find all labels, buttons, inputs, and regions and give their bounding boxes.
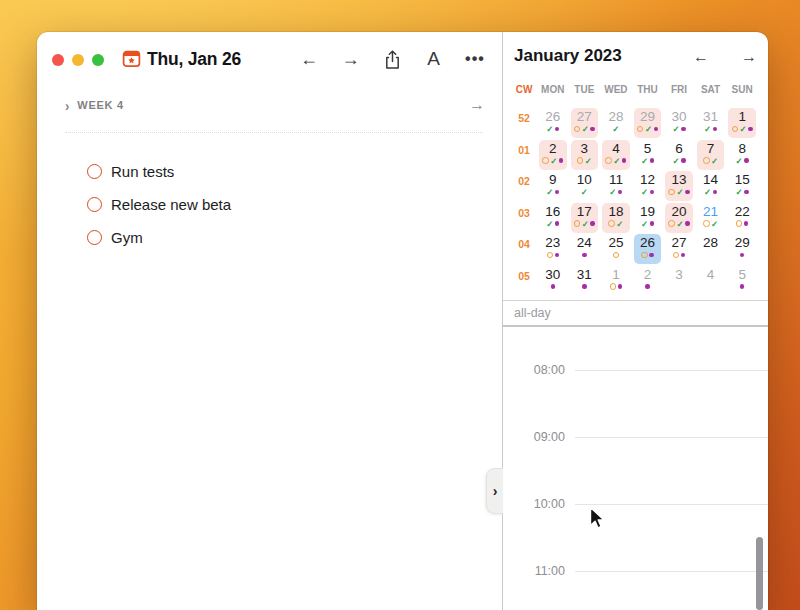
format-button[interactable]: A <box>421 46 447 72</box>
zoom-window-button[interactable] <box>92 54 104 66</box>
open-task-circle-mark <box>605 157 612 164</box>
calendar-day-cell[interactable]: 19✓ <box>632 203 664 235</box>
calendar-day-cell[interactable]: 4✓ <box>600 140 632 172</box>
calendar-day-cell[interactable]: 29 <box>726 234 758 266</box>
calendar-day-cell[interactable]: 27 <box>663 234 695 266</box>
calendar-week-row: 0423242526272829 <box>503 234 768 266</box>
share-button[interactable] <box>379 46 405 72</box>
hour-label: 09:00 <box>515 430 565 444</box>
todo-label: Run tests <box>111 163 174 180</box>
calendar-day-cell[interactable]: 11✓ <box>600 171 632 203</box>
day-number: 19 <box>640 204 655 219</box>
calendar-day-cell[interactable]: 1 <box>600 266 632 298</box>
close-window-button[interactable] <box>52 54 64 66</box>
todo-item[interactable]: Release new beta <box>87 188 231 221</box>
calendar-day-cell[interactable]: 27✓ <box>569 108 601 140</box>
day-timeline[interactable]: 08:0009:0010:0011:00 <box>503 327 768 610</box>
calendar-day-cell[interactable]: 21✓ <box>695 203 727 235</box>
calendar-day-cell[interactable]: 18✓ <box>600 203 632 235</box>
event-dot-mark <box>582 284 587 289</box>
day-number: 31 <box>703 109 718 124</box>
todo-checkbox-circle[interactable] <box>87 197 102 212</box>
day-number: 16 <box>545 204 560 219</box>
open-week-note-arrow[interactable]: → <box>469 96 485 114</box>
calendar-day-cell[interactable]: 13✓ <box>663 171 695 203</box>
collapse-chevron-icon[interactable]: › <box>65 96 69 113</box>
back-button[interactable]: ← <box>296 46 322 72</box>
open-task-circle-mark <box>668 220 675 227</box>
todo-item[interactable]: Gym <box>87 221 231 254</box>
minimize-window-button[interactable] <box>72 54 84 66</box>
open-task-circle-mark <box>542 157 549 164</box>
calendar-day-cell[interactable]: 12✓ <box>632 171 664 203</box>
weekday-header: FRI <box>663 84 695 95</box>
chevron-right-icon: › <box>493 483 498 499</box>
scrollbar-thumb[interactable] <box>756 537 763 610</box>
calendar-day-cell[interactable]: 29✓ <box>632 108 664 140</box>
sidebar-toggle-handle[interactable]: › <box>486 468 503 514</box>
calendar-day-cell[interactable]: 30✓ <box>663 108 695 140</box>
calendar-day-cell[interactable]: 3 <box>663 266 695 298</box>
more-options-button[interactable]: ••• <box>462 46 488 72</box>
calendar-day-cell[interactable]: 8✓ <box>726 140 758 172</box>
calendar-day-cell[interactable]: 1✓ <box>726 108 758 140</box>
mini-calendar-grid: 5226✓27✓28✓29✓30✓31✓1✓012✓3✓4✓5✓6✓7✓8✓02… <box>503 108 768 297</box>
day-number: 28 <box>608 109 623 124</box>
calendar-day-cell[interactable]: 2✓ <box>537 140 569 172</box>
next-month-button[interactable]: → <box>741 48 757 66</box>
calendar-day-cell[interactable]: 14✓ <box>695 171 727 203</box>
calendar-day-cell[interactable]: 22 <box>726 203 758 235</box>
calendar-week-row: 5226✓27✓28✓29✓30✓31✓1✓ <box>503 108 768 140</box>
event-dot-mark <box>618 190 623 195</box>
done-task-check-mark: ✓ <box>582 219 589 229</box>
done-task-check-mark: ✓ <box>546 219 553 229</box>
hour-gridline <box>575 370 768 371</box>
calendar-day-cell[interactable]: 20✓ <box>663 203 695 235</box>
toolbar-actions: ← → A ••• <box>296 46 488 72</box>
calendar-day-cell[interactable]: 28✓ <box>600 108 632 140</box>
day-number: 26 <box>545 109 560 124</box>
calendar-day-cell[interactable]: 2 <box>632 266 664 298</box>
calendar-day-cell[interactable]: 6✓ <box>663 140 695 172</box>
event-dot-mark <box>681 253 686 258</box>
calendar-day-cell[interactable]: 5✓ <box>632 140 664 172</box>
calendar-day-cell[interactable]: 17✓ <box>569 203 601 235</box>
all-day-label: all-day <box>514 306 551 320</box>
calendar-day-cell[interactable]: 9✓ <box>537 171 569 203</box>
calendar-day-cell[interactable]: 7✓ <box>695 140 727 172</box>
calendar-day-cell[interactable]: 3✓ <box>569 140 601 172</box>
done-task-check-mark: ✓ <box>711 219 718 229</box>
open-task-circle-mark <box>574 220 581 227</box>
calendar-note-icon <box>121 48 142 73</box>
calendar-day-cell[interactable]: 28 <box>695 234 727 266</box>
calendar-day-cell[interactable]: 30 <box>537 266 569 298</box>
event-dot-mark <box>744 221 749 226</box>
calendar-day-cell[interactable]: 24 <box>569 234 601 266</box>
calendar-day-cell[interactable]: 4 <box>695 266 727 298</box>
todo-checkbox-circle[interactable] <box>87 230 102 245</box>
forward-button[interactable]: → <box>338 46 364 72</box>
calendar-day-cell[interactable]: 31✓ <box>695 108 727 140</box>
mouse-cursor <box>589 506 606 531</box>
all-day-section[interactable]: all-day <box>503 300 768 327</box>
calendar-day-cell[interactable]: 16✓ <box>537 203 569 235</box>
day-number: 11 <box>609 172 623 187</box>
prev-month-button[interactable]: ← <box>693 48 709 66</box>
calendar-day-cell[interactable]: 25 <box>600 234 632 266</box>
todo-checkbox-circle[interactable] <box>87 164 102 179</box>
calendar-day-cell[interactable]: 31 <box>569 266 601 298</box>
calendar-day-cell[interactable]: 26 <box>632 234 664 266</box>
day-number: 25 <box>608 235 623 250</box>
todo-item[interactable]: Run tests <box>87 155 231 188</box>
event-dot-mark <box>685 190 690 195</box>
calendar-day-cell[interactable]: 5 <box>726 266 758 298</box>
calendar-day-cell[interactable]: 23 <box>537 234 569 266</box>
week-header-row[interactable]: › WEEK 4 → <box>65 96 485 114</box>
calendar-day-cell[interactable]: 10✓ <box>569 171 601 203</box>
calendar-day-cell[interactable]: 26✓ <box>537 108 569 140</box>
calendar-day-cell[interactable]: 15✓ <box>726 171 758 203</box>
day-number: 29 <box>735 235 750 250</box>
open-task-circle-mark <box>732 126 739 133</box>
day-number: 21 <box>703 204 718 219</box>
todo-list: Run testsRelease new betaGym <box>87 155 231 254</box>
